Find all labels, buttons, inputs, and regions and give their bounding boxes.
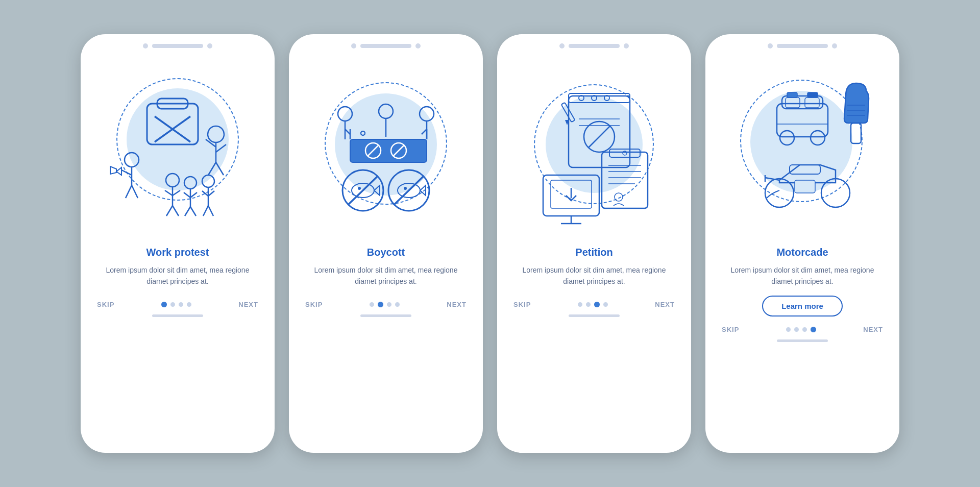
svg-rect-104 <box>795 180 815 193</box>
top-dot-right-3 <box>624 43 629 48</box>
svg-rect-35 <box>350 139 427 162</box>
top-bar-line-3 <box>569 44 620 48</box>
svg-line-12 <box>121 170 132 175</box>
svg-rect-91 <box>805 98 819 108</box>
svg-marker-14 <box>110 166 116 174</box>
svg-line-58 <box>394 176 424 205</box>
phone-screen-motorcade: Motorcade Lorem ipsum dolor sit dim amet… <box>705 34 899 453</box>
dot-4-0 <box>786 327 791 332</box>
svg-point-37 <box>361 131 365 135</box>
nav-dots-3 <box>578 302 608 307</box>
dot-3-0 <box>578 302 582 307</box>
svg-line-16 <box>132 185 138 198</box>
home-indicator-4 <box>777 339 828 342</box>
svg-line-19 <box>165 190 173 196</box>
home-indicator-1 <box>152 314 203 317</box>
svg-line-31 <box>202 191 208 196</box>
dot-3-1 <box>586 302 591 307</box>
svg-point-80 <box>615 193 623 201</box>
petition-desc: Lorem ipsum dolor sit dim amet, mea regi… <box>513 264 675 287</box>
next-button-2[interactable]: NEXT <box>447 301 467 308</box>
phone-screen-petition: Petition Lorem ipsum dolor sit dim amet,… <box>497 34 691 453</box>
screens-container: Work protest Lorem ipsum dolor sit dim a… <box>81 34 899 453</box>
next-button-4[interactable]: NEXT <box>863 326 883 333</box>
svg-marker-55 <box>374 185 380 196</box>
skip-button-3[interactable]: SKIP <box>513 301 531 308</box>
work-protest-content: Work protest Lorem ipsum dolor sit dim a… <box>81 247 275 296</box>
phone-top-bar-3 <box>497 34 691 53</box>
top-bar-line <box>152 44 203 48</box>
svg-line-25 <box>184 192 190 198</box>
nav-dots-4 <box>786 327 816 332</box>
petition-nav: SKIP NEXT <box>497 296 691 312</box>
boycott-icon <box>314 73 457 226</box>
svg-rect-98 <box>851 123 861 143</box>
svg-rect-74 <box>609 149 640 157</box>
boycott-illustration <box>289 53 483 247</box>
dot-2-1 <box>378 302 383 307</box>
svg-rect-89 <box>807 92 818 98</box>
svg-line-34 <box>208 206 213 216</box>
svg-point-49 <box>420 107 434 121</box>
boycott-content: Boycott Lorem ipsum dolor sit dim amet, … <box>289 247 483 296</box>
svg-point-29 <box>202 175 214 187</box>
next-button-1[interactable]: NEXT <box>238 301 258 308</box>
motorcade-nav: SKIP NEXT <box>705 321 899 337</box>
svg-rect-73 <box>602 152 648 208</box>
home-indicator-2 <box>360 314 411 317</box>
skip-button-1[interactable]: SKIP <box>97 301 114 308</box>
svg-line-26 <box>190 192 197 198</box>
dot-4-1 <box>794 327 799 332</box>
boycott-title: Boycott <box>367 247 405 258</box>
petition-title: Petition <box>575 247 612 258</box>
svg-line-21 <box>166 206 173 216</box>
svg-point-44 <box>338 107 352 121</box>
phone-top-bar-4 <box>705 34 899 53</box>
next-button-3[interactable]: NEXT <box>655 301 675 308</box>
phone-top-bar-2 <box>289 34 483 53</box>
svg-line-20 <box>173 190 180 196</box>
nav-dots-1 <box>161 302 191 307</box>
svg-line-68 <box>589 126 610 148</box>
svg-rect-88 <box>787 92 797 98</box>
svg-line-32 <box>208 191 214 196</box>
svg-rect-0 <box>147 104 198 144</box>
svg-point-23 <box>184 177 197 189</box>
svg-rect-90 <box>786 98 800 108</box>
dot-2-0 <box>370 302 374 307</box>
skip-button-2[interactable]: SKIP <box>305 301 323 308</box>
svg-line-28 <box>190 207 196 216</box>
top-dot-right-4 <box>832 43 837 48</box>
learn-more-button[interactable]: Learn more <box>762 296 843 316</box>
svg-line-6 <box>216 144 226 152</box>
phone-top-bar <box>81 34 275 53</box>
dot-2-2 <box>387 302 391 307</box>
svg-line-33 <box>203 206 208 216</box>
dot-1-3 <box>187 302 191 307</box>
boycott-desc: Lorem ipsum dolor sit dim amet, mea regi… <box>305 264 467 287</box>
petition-icon <box>523 70 666 229</box>
dot-3-2 <box>594 302 600 307</box>
boycott-nav: SKIP NEXT <box>289 296 483 312</box>
nav-dots-2 <box>370 302 400 307</box>
skip-button-4[interactable]: SKIP <box>722 326 739 333</box>
dot-4-2 <box>802 327 807 332</box>
phone-screen-boycott: Boycott Lorem ipsum dolor sit dim amet, … <box>289 34 483 453</box>
top-dot-right <box>207 43 212 48</box>
svg-point-10 <box>125 153 139 167</box>
svg-line-27 <box>185 207 190 216</box>
svg-marker-60 <box>420 185 426 196</box>
dot-4-3 <box>811 327 816 332</box>
top-dot-left-3 <box>559 43 565 48</box>
work-protest-desc: Lorem ipsum dolor sit dim amet, mea regi… <box>97 264 258 287</box>
motorcade-desc: Lorem ipsum dolor sit dim amet, mea regi… <box>722 264 883 287</box>
svg-line-15 <box>126 185 132 198</box>
svg-point-61 <box>404 187 407 190</box>
work-protest-nav: SKIP NEXT <box>81 296 275 312</box>
dot-1-0 <box>161 302 167 307</box>
svg-point-17 <box>166 174 179 187</box>
motorcade-content: Motorcade Lorem ipsum dolor sit dim amet… <box>705 247 899 321</box>
work-protest-title: Work protest <box>146 247 209 258</box>
motorcade-icon <box>728 70 876 229</box>
svg-point-93 <box>811 131 825 145</box>
